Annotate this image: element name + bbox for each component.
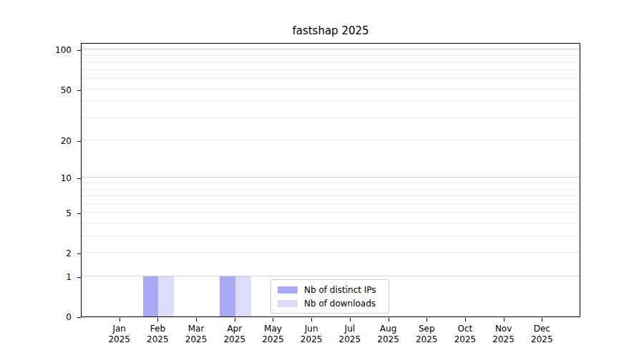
x-tick-label-nov: Nov2025: [482, 324, 525, 345]
y-tick-label-2: 2: [43, 249, 72, 258]
y-tick-100: [77, 50, 81, 51]
x-tick-label-sep: Sep2025: [405, 324, 448, 345]
chart-title: fastshap 2025: [81, 24, 580, 37]
y-tick-label-100: 100: [43, 46, 72, 54]
plot-area: [81, 43, 580, 317]
y-tick-label-5: 5: [43, 209, 72, 218]
y-tick-20: [77, 141, 81, 142]
x-tick-jun: [311, 318, 312, 321]
x-tick-label-jul: Jul2025: [328, 324, 371, 345]
bar-nb-of-downloads-feb: [158, 276, 174, 316]
y-tick-label-1: 1: [43, 273, 72, 281]
y-tick-10: [77, 178, 81, 179]
x-tick-label-may: May2025: [251, 324, 294, 345]
y-gridline-20: [82, 140, 580, 140]
x-tick-feb: [157, 318, 158, 321]
y-tick-5: [77, 213, 81, 214]
y-gridline-3: [82, 236, 580, 236]
x-tick-label-dec: Dec2025: [520, 324, 563, 345]
y-gridline-30: [82, 117, 580, 118]
x-tick-oct: [465, 318, 466, 321]
y-gridline-6: [82, 203, 580, 204]
x-tick-label-oct: Oct2025: [444, 324, 487, 345]
y-gridline-10: [82, 177, 580, 178]
x-tick-label-feb: Feb2025: [136, 324, 179, 345]
x-tick-label-mar: Mar2025: [175, 324, 218, 345]
legend-label-distinct-ips: Nb of distinct IPs: [304, 285, 376, 295]
y-gridline-5: [82, 212, 580, 213]
x-tick-may: [273, 318, 273, 321]
y-tick-1: [77, 277, 81, 278]
legend-entry-downloads: Nb of downloads: [278, 299, 382, 309]
x-tick-mar: [196, 318, 197, 321]
y-gridline-70: [82, 69, 580, 70]
y-gridline-40: [82, 101, 580, 102]
y-gridline-90: [82, 55, 580, 56]
x-tick-dec: [542, 318, 542, 321]
y-gridline-8: [82, 189, 580, 190]
y-tick-50: [77, 90, 81, 91]
y-tick-label-50: 50: [43, 86, 72, 95]
y-gridline-7: [82, 195, 580, 196]
y-tick-label-20: 20: [43, 137, 72, 145]
x-tick-nov: [504, 318, 504, 321]
figure: fastshap 2025 0125102050100Jan2025Feb202…: [0, 0, 644, 358]
y-gridline-100: [82, 49, 580, 49]
x-tick-label-jun: Jun2025: [290, 324, 333, 345]
y-tick-2: [77, 253, 81, 254]
x-tick-label-jan: Jan2025: [98, 324, 141, 345]
x-tick-apr: [235, 318, 235, 321]
bar-nb-of-downloads-apr: [235, 276, 251, 316]
legend-entry-distinct-ips: Nb of distinct IPs: [278, 285, 382, 295]
y-gridline-9: [82, 183, 580, 183]
y-tick-label-10: 10: [43, 174, 72, 183]
legend: Nb of distinct IPs Nb of downloads: [270, 279, 389, 314]
y-gridline-80: [82, 62, 580, 62]
y-tick-0: [77, 317, 81, 318]
x-tick-sep: [426, 318, 427, 321]
y-gridline-50: [82, 89, 580, 90]
legend-swatch-distinct-ips: [278, 286, 298, 294]
x-tick-label-aug: Aug2025: [367, 324, 410, 345]
x-tick-label-apr: Apr2025: [213, 324, 256, 345]
y-tick-label-0: 0: [43, 313, 72, 321]
legend-swatch-downloads: [278, 300, 298, 307]
x-tick-aug: [389, 318, 389, 321]
y-gridline-2: [82, 252, 580, 253]
x-tick-jul: [350, 318, 351, 321]
y-gridline-60: [82, 78, 580, 79]
x-tick-jan: [119, 318, 120, 321]
bar-nb-of-distinct-ips-apr: [220, 276, 235, 316]
legend-label-downloads: Nb of downloads: [304, 299, 376, 309]
y-gridline-4: [82, 223, 580, 223]
bar-nb-of-distinct-ips-feb: [143, 276, 159, 316]
